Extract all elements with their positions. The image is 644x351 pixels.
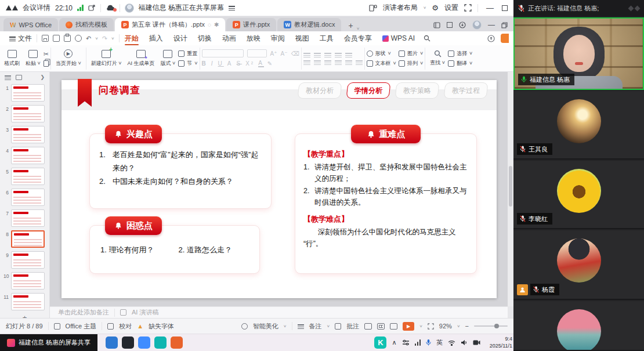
- notes-bar[interactable]: 单击此处添加备注 AI 演讲稿: [50, 306, 508, 318]
- smart-beautify-button[interactable]: 智能美化: [253, 322, 278, 331]
- slide-thumbnail-7[interactable]: 7: [0, 208, 49, 229]
- menu-8[interactable]: 视图: [290, 31, 314, 45]
- paste-button[interactable]: 粘贴 ˅: [23, 46, 44, 71]
- comments-button[interactable]: 批注: [346, 322, 359, 331]
- ai-generate-page-button[interactable]: AI 生成单页: [125, 46, 158, 71]
- download-icon[interactable]: [459, 21, 466, 28]
- minimize-button[interactable]: —: [484, 3, 496, 12]
- menu-7[interactable]: 审阅: [266, 31, 290, 45]
- taskbar-app-icon-3[interactable]: [138, 336, 150, 349]
- zoom-percent[interactable]: 92%: [439, 323, 452, 330]
- taskbar-app-icon-1[interactable]: [106, 336, 118, 349]
- settings-button[interactable]: 设置: [444, 3, 458, 13]
- scrollbar-thumb[interactable]: [509, 166, 512, 207]
- workspace-icon[interactable]: [447, 22, 453, 28]
- layout-button[interactable]: 版式 ˅: [158, 46, 179, 71]
- wps-restore-button[interactable]: [501, 22, 508, 28]
- slide-thumbnail-11[interactable]: 11: [0, 291, 49, 312]
- taskbar-app-icon-5[interactable]: [171, 336, 183, 349]
- taskbar-app-icon-4[interactable]: [154, 336, 167, 349]
- notes-placeholder[interactable]: 单击此处添加备注: [58, 308, 109, 317]
- fullscreen-icon[interactable]: [464, 4, 472, 12]
- menu-5[interactable]: 动画: [217, 31, 241, 45]
- slide-section-tab-3[interactable]: 教学策略: [395, 82, 440, 99]
- slide-thumbnail-4[interactable]: 4: [0, 145, 49, 166]
- member-button[interactable]: [501, 34, 509, 43]
- ime-indicator[interactable]: 英: [436, 338, 443, 347]
- new-slide-button[interactable]: 新建幻灯片 ˅: [88, 46, 125, 71]
- vertical-scrollbar[interactable]: [508, 72, 513, 306]
- current-slide[interactable]: 问卷调查 教材分析学情分析教学策略教学过程 兴趣点 1.老百姓是如何“富”起来的…: [61, 80, 497, 298]
- camera-icon[interactable]: [473, 340, 480, 345]
- proofing-button[interactable]: 校对: [119, 322, 132, 331]
- slide-thumbnail-8[interactable]: 8: [0, 229, 49, 249]
- search-icon[interactable]: [424, 35, 430, 42]
- slide-sorter-view-button[interactable]: [377, 323, 385, 330]
- mic-muted-icon[interactable]: [518, 5, 524, 12]
- export-icon[interactable]: [53, 35, 60, 42]
- menu-wps-ai[interactable]: WPS AI: [377, 31, 420, 45]
- screen-share-banner[interactable]: 福建信息 杨惠的屏幕共享: [0, 334, 97, 351]
- menu-3[interactable]: 设计: [168, 31, 193, 45]
- slide-thumbnail-3[interactable]: 3: [0, 124, 49, 145]
- k-app-icon[interactable]: K: [374, 336, 386, 349]
- taskbar-app-icon-2[interactable]: [122, 336, 134, 349]
- slide-thumbnail-5[interactable]: 5: [0, 166, 49, 187]
- slide-thumbnail-10[interactable]: 10: [0, 270, 49, 291]
- share-screen-icon[interactable]: [88, 4, 96, 12]
- slide-thumbnail-1[interactable]: 1: [0, 82, 49, 103]
- reading-view-button[interactable]: [390, 323, 397, 330]
- account-avatar[interactable]: [472, 20, 482, 30]
- collapse-panel-icon[interactable]: ❯: [40, 74, 45, 80]
- file-menu[interactable]: 文件: [5, 34, 37, 44]
- add-slide-button[interactable]: +: [0, 312, 49, 318]
- translate-button[interactable]: 翻译 ˅: [448, 60, 472, 67]
- notes-toggle-button[interactable]: 备注: [309, 322, 322, 331]
- section-button[interactable]: 节 ˅: [178, 60, 197, 67]
- participant-tile-4[interactable]: 杨霞: [513, 230, 644, 300]
- wifi-icon[interactable]: [448, 340, 455, 346]
- sharing-list-icon[interactable]: [229, 5, 235, 10]
- tab-list-caret-icon[interactable]: ˅: [357, 26, 360, 31]
- participant-tile-2[interactable]: 王其良: [513, 91, 644, 160]
- find-button[interactable]: 查找 ˅: [427, 46, 448, 71]
- tray-expand-icon[interactable]: ∧: [392, 339, 396, 346]
- print-icon[interactable]: [64, 35, 71, 42]
- outline-view-icon[interactable]: [5, 75, 11, 80]
- cut-button[interactable]: ✂: [44, 50, 49, 58]
- play-caret-icon[interactable]: ˅: [419, 324, 422, 329]
- slide-thumbnail-9[interactable]: 9: [0, 249, 49, 270]
- slide-thumbnail-6[interactable]: 6: [0, 187, 49, 208]
- document-tab-2[interactable]: 找稻壳模板: [59, 18, 114, 31]
- shapes-button[interactable]: 形状 ˅: [367, 50, 396, 57]
- picture-button[interactable]: 图片 ˅: [399, 50, 423, 57]
- menu-10[interactable]: 会员专享: [339, 31, 377, 45]
- more-icon[interactable]: ˅: [111, 36, 114, 41]
- reset-button[interactable]: 重置: [178, 50, 197, 57]
- format-painter-button[interactable]: 格式刷: [1, 46, 23, 71]
- textbox-button[interactable]: 文本框 ˅: [367, 60, 396, 67]
- menu-6[interactable]: 放映: [241, 31, 266, 45]
- document-tab-1[interactable]: WWPS Office: [3, 18, 58, 31]
- normal-view-button[interactable]: [364, 323, 372, 330]
- tray-signal-icon[interactable]: [415, 339, 421, 346]
- speaker-icon[interactable]: [461, 339, 468, 346]
- slideshow-play-button[interactable]: ▶: [403, 322, 414, 331]
- document-tab-4[interactable]: P课件.pptx: [226, 18, 276, 31]
- undo-icon[interactable]: ↶: [86, 35, 91, 42]
- wps-minimize-button[interactable]: —: [488, 21, 495, 29]
- office-theme-button[interactable]: Office 主题: [66, 322, 97, 331]
- share-icon[interactable]: [75, 35, 82, 42]
- menu-1[interactable]: 开始: [120, 31, 144, 45]
- meeting-details-link[interactable]: 会议详情: [23, 3, 50, 13]
- split-view-icon[interactable]: [433, 22, 440, 28]
- copy-button[interactable]: [44, 60, 49, 67]
- menu-9[interactable]: 工具: [314, 31, 339, 45]
- zoom-slider[interactable]: [474, 325, 508, 327]
- document-tab-5[interactable]: W教材逻辑.docx: [277, 18, 341, 31]
- zoom-out-button[interactable]: −: [465, 323, 469, 330]
- participant-tile-3[interactable]: 李晓红: [513, 161, 644, 229]
- slide-section-tab-4[interactable]: 教学过程: [444, 82, 489, 99]
- tray-mic-icon[interactable]: [426, 339, 431, 346]
- missing-font-button[interactable]: 缺失字体: [149, 322, 174, 331]
